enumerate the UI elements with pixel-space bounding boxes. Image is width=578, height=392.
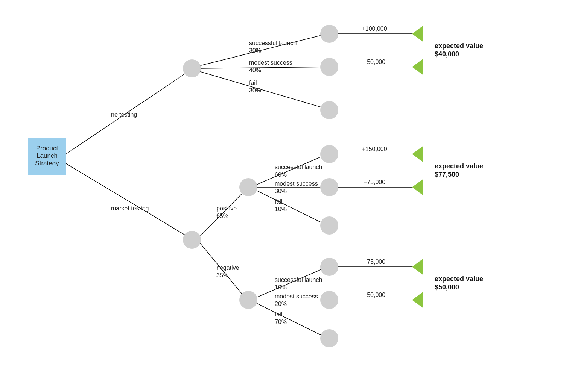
root-label-line3: Strategy	[35, 160, 59, 167]
label-nt-success-prob: 30%	[249, 47, 261, 54]
root-label-line2: Launch	[37, 152, 58, 159]
ev-label-1: expected value	[435, 42, 483, 50]
label-pos-success-prob: 60%	[275, 171, 287, 178]
label-pos-success: successful launch	[275, 164, 322, 170]
terminal-pos-modest	[412, 179, 423, 195]
outcome-node-nt-modest	[320, 58, 338, 76]
label-neg-fail: fail	[275, 311, 282, 318]
label-neg-modest: modest success	[275, 293, 318, 300]
outcome-node-nt-fail	[320, 101, 338, 119]
label-nt-success: successful launch	[249, 40, 297, 46]
edge-mt-positive	[199, 188, 248, 237]
payoff-pos-modest: +75,000	[364, 179, 385, 185]
label-nt-modest-prob: 40%	[249, 67, 261, 73]
ev-value-3: $50,000	[435, 283, 459, 291]
outcome-node-pos-fail	[320, 216, 338, 235]
terminal-neg-modest	[412, 292, 423, 308]
ev-label-2: expected value	[435, 162, 483, 170]
label-nt-fail-prob: 30%	[249, 87, 261, 94]
ev-value-2: $77,500	[435, 171, 459, 178]
label-positive: positive	[216, 205, 237, 212]
edge-pos-fail	[256, 190, 327, 226]
outcome-node-nt-success	[320, 25, 338, 43]
label-negative-prob: 35%	[216, 272, 228, 278]
label-pos-fail: fail	[275, 198, 282, 205]
label-neg-success-prob: 10%	[275, 284, 287, 291]
decision-tree-diagram: Product Launch Strategy no testing marke…	[0, 0, 578, 392]
outcome-node-neg-modest	[320, 291, 338, 309]
label-neg-fail-prob: 70%	[275, 319, 287, 325]
outcome-node-neg-success	[320, 258, 338, 276]
label-pos-fail-prob: 10%	[275, 206, 287, 212]
payoff-neg-modest: +50,000	[364, 292, 385, 298]
label-neg-modest-prob: 20%	[275, 301, 287, 307]
label-no-testing: no testing	[111, 111, 137, 118]
terminal-nt-success	[412, 26, 423, 42]
edge-mt-negative	[199, 242, 248, 301]
chance-node-no-testing	[183, 59, 201, 77]
edge-nt-modest	[200, 67, 327, 68]
payoff-pos-success: +150,000	[362, 146, 387, 152]
payoff-nt-success: +100,000	[362, 26, 387, 32]
label-pos-modest: modest success	[275, 180, 318, 187]
label-neg-success: successful launch	[275, 277, 322, 283]
label-nt-fail: fail	[249, 80, 257, 86]
chance-node-market-testing	[183, 231, 201, 249]
root-label-line1: Product	[36, 145, 58, 152]
edge-root-market-testing	[66, 163, 191, 239]
label-nt-modest: modest success	[249, 59, 292, 66]
terminal-nt-modest	[412, 59, 423, 75]
label-positive-prob: 65%	[216, 213, 228, 219]
label-negative: negative	[216, 265, 239, 271]
payoff-neg-success: +75,000	[364, 259, 385, 265]
edge-neg-fail	[256, 303, 327, 338]
terminal-neg-success	[412, 259, 423, 275]
ev-label-3: expected value	[435, 275, 483, 283]
outcome-node-pos-success	[320, 145, 338, 163]
outcome-node-neg-fail	[320, 329, 338, 347]
label-market-testing: market testing	[111, 205, 149, 212]
terminal-pos-success	[412, 146, 423, 162]
payoff-nt-modest: +50,000	[364, 59, 385, 65]
label-pos-modest-prob: 30%	[275, 188, 287, 194]
chance-node-positive	[239, 178, 257, 196]
ev-value-1: $40,000	[435, 50, 459, 58]
chance-node-negative	[239, 291, 257, 309]
outcome-node-pos-modest	[320, 178, 338, 196]
edge-nt-fail	[199, 71, 327, 109]
